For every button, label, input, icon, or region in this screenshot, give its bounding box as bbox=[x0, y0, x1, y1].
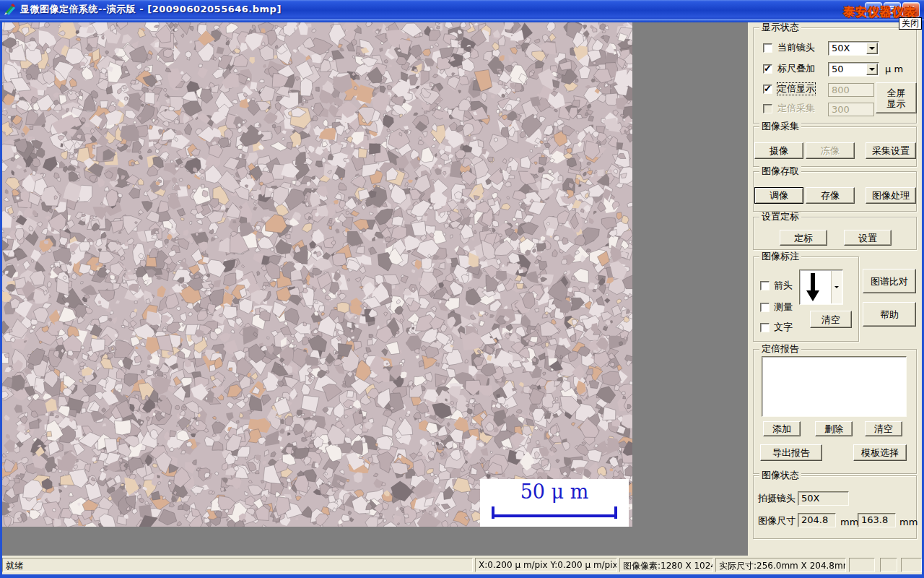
status-bar: 就绪 X:0.200 μ m/pix Y:0.200 μ m/pix 图像像素:… bbox=[2, 556, 922, 574]
status-empty-panel bbox=[849, 558, 875, 572]
fixed-capture-input: 300 bbox=[828, 103, 874, 116]
status-empty-panel bbox=[880, 558, 897, 572]
annotation-clear-button[interactable]: 清空 bbox=[810, 311, 852, 328]
title-bar[interactable]: 显微图像定倍系统--演示版 - [20090602055646.bmp] 泰安仪… bbox=[0, 0, 924, 19]
client-area: 50 μ m 显示状态 当前镜头 50X 标尺叠加 50 bbox=[2, 22, 922, 556]
group-image-status: 图像状态 bbox=[753, 475, 917, 539]
scale-bar-tick bbox=[614, 506, 617, 519]
group-title: 图像标注 bbox=[759, 251, 801, 262]
capture-lens-value: 50X bbox=[801, 493, 819, 504]
down-arrow-icon bbox=[804, 273, 821, 304]
status-pixel-scale: X:0.200 μ m/pix Y:0.200 μ m/pix bbox=[475, 558, 617, 572]
label-current-lens: 当前镜头 bbox=[777, 42, 815, 53]
export-report-button[interactable]: 导出报告 bbox=[760, 444, 822, 461]
capture-lens-field: 50X bbox=[798, 491, 849, 506]
group-title: 定倍报告 bbox=[759, 344, 801, 354]
group-title: 显示状态 bbox=[759, 22, 801, 33]
micrograph-view[interactable]: 50 μ m bbox=[2, 22, 632, 527]
label-image-size: 图像尺寸 bbox=[758, 515, 796, 527]
app-window: 显微图像定倍系统--演示版 - [20090602055646.bmp] 泰安仪… bbox=[0, 0, 924, 578]
checkbox-fixed-display[interactable] bbox=[763, 85, 772, 94]
status-image-pixels: 图像像素:1280 X 1024 bbox=[619, 558, 713, 572]
fixed-display-input: 800 bbox=[828, 83, 874, 97]
window-title: 显微图像定倍系统--演示版 - [20090602055646.bmp] bbox=[20, 3, 282, 16]
label-fixed-capture: 定倍采集 bbox=[777, 103, 815, 114]
close-tooltip: 关闭 bbox=[899, 17, 922, 30]
capture-settings-button[interactable]: 采集设置 bbox=[866, 142, 916, 159]
micrograph-canvas[interactable] bbox=[2, 22, 632, 527]
group-title: 图像状态 bbox=[759, 470, 801, 480]
status-actual-size: 实际尺寸:256.0mm X 204.8mm bbox=[715, 558, 846, 572]
report-listbox[interactable] bbox=[762, 356, 907, 417]
arrow-style-select[interactable] bbox=[799, 269, 843, 305]
control-panel: 显示状态 当前镜头 50X 标尺叠加 50 μ m 定倍显示 800 定倍采集 bbox=[748, 22, 922, 556]
save-image-button[interactable]: 存像 bbox=[806, 187, 855, 204]
minimize-button[interactable] bbox=[865, 2, 882, 17]
settings-button[interactable]: 设置 bbox=[844, 230, 892, 246]
chevron-down-icon[interactable] bbox=[866, 43, 878, 54]
label-text: 文字 bbox=[774, 322, 793, 333]
scale-bar-tick bbox=[492, 506, 494, 519]
restore-button[interactable] bbox=[884, 2, 901, 17]
scale-bar-label: 50 μ m bbox=[480, 480, 629, 503]
fixed-display-value: 800 bbox=[832, 85, 850, 95]
image-height-unit: mm bbox=[899, 517, 918, 528]
group-title: 图像存取 bbox=[759, 166, 801, 176]
checkbox-current-lens[interactable] bbox=[763, 43, 772, 53]
image-width-field: 204.8 bbox=[798, 513, 836, 527]
checkbox-text[interactable] bbox=[760, 323, 770, 332]
image-width-unit: mm bbox=[840, 517, 858, 528]
app-icon bbox=[4, 3, 17, 16]
chevron-down-icon[interactable] bbox=[866, 64, 878, 75]
label-capture-lens: 拍摄镜头 bbox=[758, 493, 796, 504]
freeze-button: 冻像 bbox=[806, 142, 855, 159]
help-button[interactable]: 帮助 bbox=[863, 302, 916, 327]
scale-value: 50 bbox=[832, 64, 844, 75]
report-delete-button[interactable]: 删除 bbox=[815, 421, 853, 436]
calibrate-button[interactable]: 定标 bbox=[780, 230, 827, 246]
status-empty-panel bbox=[901, 558, 922, 572]
report-clear-button[interactable]: 清空 bbox=[865, 421, 902, 436]
group-title: 图像采集 bbox=[759, 121, 801, 131]
group-title: 设置定标 bbox=[759, 212, 801, 222]
image-height-value: 163.8 bbox=[861, 514, 888, 525]
label-fixed-display: 定倍显示 bbox=[777, 83, 815, 95]
scale-bar-line bbox=[492, 514, 617, 517]
status-ready: 就绪 bbox=[2, 558, 473, 572]
close-button[interactable] bbox=[902, 2, 920, 17]
fullscreen-button[interactable]: 全屏显示 bbox=[876, 82, 917, 113]
checkbox-arrow[interactable] bbox=[760, 281, 770, 290]
image-width-value: 204.8 bbox=[801, 514, 828, 525]
image-height-field: 163.8 bbox=[858, 513, 896, 527]
label-measure: 测量 bbox=[774, 301, 793, 313]
checkbox-fixed-capture bbox=[763, 104, 772, 113]
checkbox-scale-overlay[interactable] bbox=[763, 64, 772, 74]
window-controls bbox=[865, 2, 920, 17]
chevron-down-icon[interactable] bbox=[831, 271, 842, 303]
close-icon bbox=[907, 6, 915, 14]
current-lens-select[interactable]: 50X bbox=[828, 41, 879, 56]
scale-value-select[interactable]: 50 bbox=[828, 62, 879, 77]
load-image-button[interactable]: 调像 bbox=[754, 187, 803, 204]
fixed-capture-value: 300 bbox=[832, 104, 850, 115]
report-add-button[interactable]: 添加 bbox=[763, 421, 801, 436]
template-select-button[interactable]: 模板选择 bbox=[853, 444, 907, 461]
restore-icon bbox=[888, 6, 897, 14]
label-arrow: 箭头 bbox=[774, 280, 793, 291]
atlas-compare-button[interactable]: 图谱比对 bbox=[863, 269, 916, 293]
group-calibration: 设置定标 bbox=[753, 217, 917, 250]
camera-button[interactable]: 摄像 bbox=[754, 142, 803, 159]
checkbox-measure[interactable] bbox=[760, 303, 770, 312]
minimize-icon bbox=[869, 6, 878, 14]
current-lens-value: 50X bbox=[832, 43, 850, 54]
label-scale-overlay: 标尺叠加 bbox=[777, 63, 815, 74]
scale-unit-label: μ m bbox=[885, 64, 903, 75]
scale-bar: 50 μ m bbox=[480, 479, 629, 527]
image-process-button[interactable]: 图像处理 bbox=[866, 187, 916, 204]
